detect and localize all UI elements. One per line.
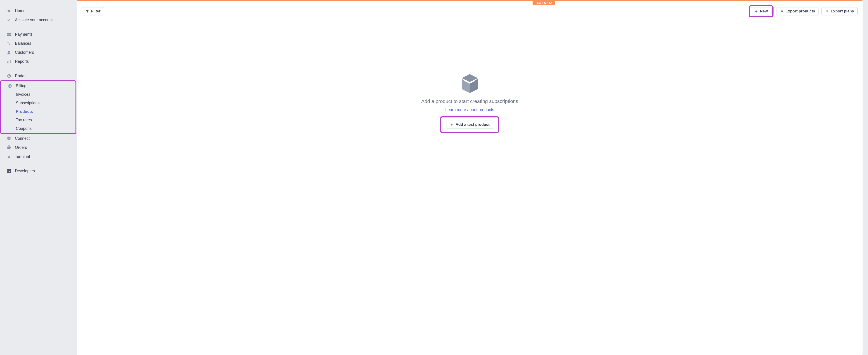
basket-icon [6, 145, 11, 150]
export-icon [825, 9, 829, 13]
checkmark-icon [6, 17, 11, 22]
new-button-highlight: New [749, 5, 774, 17]
svg-rect-11 [7, 155, 10, 158]
home-icon [6, 8, 11, 13]
plus-icon [754, 9, 758, 13]
arrows-icon [6, 41, 11, 46]
test-data-badge: TEST DATA [532, 1, 555, 5]
terminal-icon [6, 169, 11, 173]
button-label: Filter [91, 9, 101, 13]
sidebar-item-home[interactable]: Home [0, 6, 77, 15]
sidebar-item-terminal[interactable]: Terminal [0, 152, 77, 161]
sidebar-item-balances[interactable]: Balances [0, 39, 77, 48]
filter-button[interactable]: Filter [82, 7, 104, 15]
sidebar-item-label: Terminal [15, 153, 30, 159]
sidebar-item-label: Radar [15, 73, 26, 79]
box-icon [461, 74, 478, 93]
main-content: TEST DATA Filter [77, 0, 868, 355]
svg-point-7 [8, 75, 9, 76]
sidebar-item-customers[interactable]: Customers [0, 48, 77, 57]
learn-more-link[interactable]: Learn more about products [445, 107, 494, 112]
export-icon [780, 9, 784, 13]
empty-state-title: Add a product to start creating subscrip… [421, 99, 518, 104]
sidebar-subitem-label: Invoices [16, 92, 30, 97]
sidebar-item-label: Reports [15, 58, 29, 65]
button-label: Export plans [831, 9, 854, 13]
sidebar-item-connect[interactable]: Connect [0, 134, 77, 143]
sidebar-item-label: Orders [15, 144, 27, 151]
svg-rect-5 [10, 60, 10, 63]
sidebar-item-developers[interactable]: Developers [0, 167, 77, 175]
button-label: New [760, 9, 768, 13]
billing-icon [7, 83, 12, 88]
empty-state: Add a product to start creating subscrip… [77, 22, 863, 142]
sidebar-item-payments[interactable]: Payments [0, 30, 77, 39]
content-panel: TEST DATA Filter [77, 0, 863, 355]
sidebar-subitem-label: Tax rates [16, 118, 32, 122]
svg-rect-12 [8, 155, 9, 156]
export-products-button[interactable]: Export products [776, 7, 819, 15]
sidebar-item-label: Billing [16, 83, 26, 89]
sidebar-item-label: Developers [15, 168, 35, 174]
filter-icon [86, 9, 89, 13]
sidebar-subitem-label: Products [16, 109, 33, 114]
toolbar: Filter New [77, 1, 863, 22]
svg-rect-13 [7, 157, 10, 157]
add-product-highlight: Add a test product [440, 116, 499, 133]
sidebar-item-billing[interactable]: Billing [1, 81, 75, 90]
sidebar-item-label: Payments [15, 31, 33, 37]
terminal-device-icon [6, 154, 11, 159]
svg-rect-1 [7, 34, 11, 34]
sidebar-subitem-tax-rates[interactable]: Tax rates [9, 116, 75, 125]
sidebar-item-label: Activate your account [15, 17, 53, 23]
button-label: Export products [785, 9, 815, 13]
sidebar-item-label: Customers [15, 49, 34, 56]
connect-icon [6, 136, 11, 141]
sidebar-subitem-invoices[interactable]: Invoices [9, 90, 75, 99]
sidebar-item-label: Connect [15, 135, 30, 142]
card-icon [6, 32, 11, 37]
sidebar-item-radar[interactable]: Radar [0, 71, 77, 80]
sidebar-subitem-subscriptions[interactable]: Subscriptions [9, 99, 75, 107]
plus-icon [450, 123, 454, 127]
svg-rect-14 [7, 169, 11, 173]
sidebar-item-reports[interactable]: Reports [0, 57, 77, 66]
svg-point-2 [8, 51, 10, 52]
sidebar-item-label: Balances [15, 40, 31, 46]
svg-rect-3 [7, 62, 8, 63]
chart-icon [6, 59, 11, 64]
sidebar-item-activate[interactable]: Activate your account [0, 15, 77, 24]
sidebar-subitem-products[interactable]: Products [9, 107, 75, 116]
sidebar-subitem-label: Coupons [16, 126, 32, 131]
sidebar-subitem-label: Subscriptions [16, 101, 39, 105]
person-icon [6, 50, 11, 55]
button-label: Add a test product [456, 122, 489, 127]
new-button[interactable]: New [751, 7, 772, 15]
sidebar-item-orders[interactable]: Orders [0, 143, 77, 152]
billing-section-highlight: Billing Invoices Subscriptions Products … [0, 80, 76, 134]
svg-point-9 [9, 85, 10, 86]
sidebar-item-label: Home [15, 8, 26, 14]
sidebar-subitem-coupons[interactable]: Coupons [9, 125, 75, 133]
sidebar: Home Activate your account Payments [0, 0, 77, 355]
svg-rect-4 [8, 61, 9, 63]
export-plans-button[interactable]: Export plans [822, 7, 858, 15]
radar-icon [6, 73, 11, 78]
add-test-product-button[interactable]: Add a test product [446, 120, 493, 129]
